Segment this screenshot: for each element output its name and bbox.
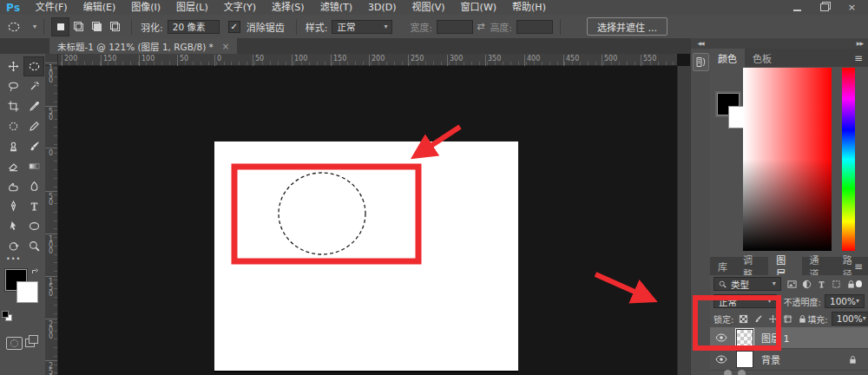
tool-preset-dropdown[interactable]: ▾ <box>7 21 36 33</box>
smart-objects-filter-icon[interactable] <box>846 280 856 289</box>
type-tool[interactable] <box>24 197 43 215</box>
blend-mode-select[interactable]: 正常 ▾ <box>713 294 777 308</box>
hue-slider[interactable] <box>842 68 855 251</box>
select-and-mask-button[interactable]: 选择并遮住 ... <box>587 17 667 36</box>
crop-tool[interactable] <box>3 97 23 115</box>
clone-stamp-tool[interactable] <box>3 137 23 155</box>
layers-tab-调整[interactable]: 调整 <box>735 257 768 275</box>
menu-item-1[interactable]: 编辑(E) <box>76 0 124 15</box>
layers-tab-库[interactable]: 库 <box>710 257 735 275</box>
smudge-tool[interactable] <box>3 177 23 195</box>
feather-input[interactable] <box>168 20 220 34</box>
window-controls: × <box>793 0 868 15</box>
intersect-selection-button[interactable] <box>107 18 123 36</box>
color-tab-色板[interactable]: 色板 <box>745 49 779 67</box>
new-selection-button[interactable] <box>52 18 69 36</box>
width-input[interactable] <box>437 20 473 34</box>
lasso-tool[interactable] <box>3 77 23 95</box>
collapse-panels-button[interactable]: ▶▶ <box>710 38 868 49</box>
pixel-layers-filter-icon[interactable] <box>787 280 797 289</box>
ruler-label: 50 <box>47 108 55 120</box>
type-layers-filter-icon[interactable] <box>817 280 826 289</box>
menu-item-7[interactable]: 3D(D) <box>360 0 404 15</box>
panel-menu-icon[interactable]: ≡ <box>854 257 863 275</box>
magic-wand-tool[interactable] <box>24 77 43 95</box>
menu-item-8[interactable]: 视图(V) <box>404 0 452 15</box>
swap-dimensions-icon[interactable]: ⇄ <box>477 21 484 32</box>
layers-tab-图层[interactable]: 图层 <box>768 257 801 275</box>
elliptical-marquee-tool[interactable] <box>24 57 43 76</box>
lock-all-button[interactable] <box>798 314 807 324</box>
visibility-eye-icon[interactable] <box>715 332 733 343</box>
edit-toolbar-icon[interactable]: ••• <box>6 255 21 263</box>
background-color-swatch[interactable] <box>16 281 38 303</box>
default-colors-icon[interactable] <box>1 311 11 320</box>
close-tab-icon[interactable]: × <box>222 42 229 51</box>
menu-item-5[interactable]: 选择(S) <box>264 0 312 15</box>
horizontal-ruler[interactable]: 2001501005005010015020025030035040045050… <box>58 54 677 66</box>
history-panel-icon[interactable] <box>693 53 709 71</box>
healing-brush-tool[interactable] <box>3 117 23 135</box>
elliptical-marquee-icon <box>7 21 21 33</box>
menu-item-10[interactable]: 帮助(H) <box>504 0 554 15</box>
layers-tab-路径[interactable]: 路径 <box>835 257 868 275</box>
pen-tool[interactable] <box>3 197 23 215</box>
layer-row-1[interactable]: 背景 <box>710 349 868 371</box>
gradient-tool[interactable] <box>24 157 43 175</box>
path-selection-tool[interactable] <box>3 217 23 235</box>
visibility-eye-icon[interactable] <box>715 354 733 365</box>
move-tool[interactable] <box>3 57 23 76</box>
menu-item-0[interactable]: 文件(F) <box>28 0 76 15</box>
lock-artboard-button[interactable] <box>783 314 792 324</box>
layer-row-0[interactable]: 图层 1 <box>710 327 868 349</box>
vertical-scrollbar[interactable] <box>677 66 690 375</box>
adjustment-layers-filter-icon[interactable] <box>802 280 812 289</box>
fill-field[interactable]: 100% ▾ <box>832 312 868 326</box>
style-select[interactable]: 正常 ▾ <box>332 20 392 34</box>
expand-panels-button[interactable]: ◀◀ <box>691 38 710 49</box>
quick-mask-button[interactable] <box>6 337 23 350</box>
lock-image-pixels-button[interactable] <box>753 314 763 324</box>
blur-tool[interactable] <box>24 177 43 195</box>
lock-transparent-pixels-button[interactable] <box>739 314 748 324</box>
subtract-from-selection-button[interactable] <box>89 18 105 36</box>
layer-filter-select[interactable]: 类型 ▾ <box>713 277 781 291</box>
eyedropper-tool[interactable] <box>24 97 43 115</box>
add-to-selection-button[interactable] <box>70 18 87 36</box>
restore-button[interactable] <box>820 3 829 11</box>
menu-bar: Ps 文件(F)编辑(E)图像(I)图层(L)文字(Y)选择(S)滤镜(T)3D… <box>0 0 868 16</box>
menu-item-9[interactable]: 窗口(W) <box>453 0 504 15</box>
minimize-button[interactable] <box>793 10 801 11</box>
canvas[interactable] <box>214 141 518 372</box>
color-tab-颜色[interactable]: 颜色 <box>710 49 745 67</box>
menu-item-6[interactable]: 滤镜(T) <box>312 0 360 15</box>
panel-menu-icon[interactable]: ≡ <box>854 49 863 67</box>
filter-toggle[interactable] <box>856 280 862 287</box>
document-tab[interactable]: 未标题-1 @ 121% (图层 1, RGB/8) * × <box>49 38 237 54</box>
shape-ellipse-tool[interactable] <box>24 217 43 235</box>
layer-thumbnail[interactable] <box>736 329 753 346</box>
layers-tab-通道[interactable]: 通道 <box>802 257 835 275</box>
height-input[interactable] <box>516 20 553 34</box>
eraser-tool[interactable] <box>3 157 23 175</box>
shape-layers-filter-icon[interactable] <box>832 280 841 289</box>
layer-thumbnail[interactable] <box>736 351 753 368</box>
vertical-ruler[interactable]: 10050050100150200250 <box>45 66 58 375</box>
swap-colors-icon[interactable] <box>31 267 39 275</box>
menu-item-2[interactable]: 图像(I) <box>123 0 168 15</box>
opacity-field[interactable]: 100% ▾ <box>825 294 865 308</box>
close-button[interactable]: × <box>848 0 856 15</box>
menu-item-4[interactable]: 文字(Y) <box>216 0 264 15</box>
lock-position-button[interactable] <box>768 314 778 324</box>
zoom-tool[interactable] <box>24 237 43 255</box>
footer-icon[interactable] <box>738 370 746 375</box>
fill-label: 填充: <box>807 312 827 326</box>
pencil-tool[interactable] <box>24 117 43 135</box>
rotate-view-tool[interactable] <box>3 237 23 255</box>
saturation-brightness-picker[interactable] <box>743 68 832 251</box>
brush-tool[interactable] <box>24 137 43 155</box>
screen-mode-button[interactable] <box>25 335 39 347</box>
antialias-checkbox[interactable]: ✓ <box>228 21 240 33</box>
footer-icon[interactable] <box>724 370 732 375</box>
menu-item-3[interactable]: 图层(L) <box>168 0 216 15</box>
